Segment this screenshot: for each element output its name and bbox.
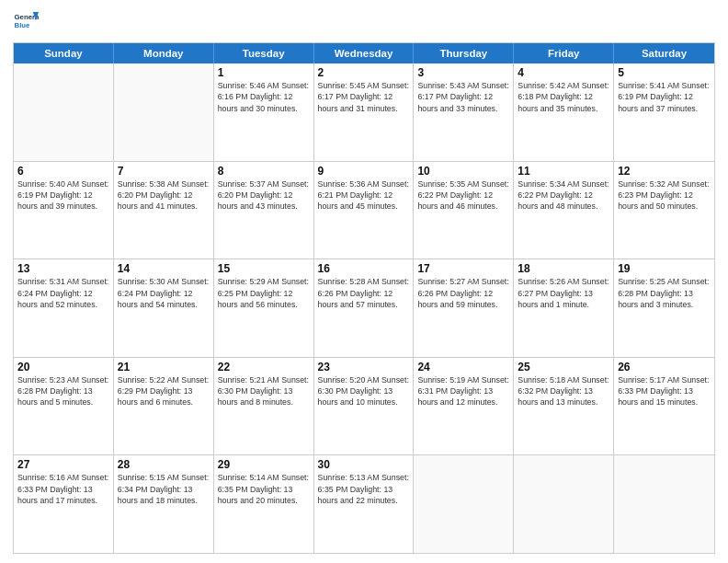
day-info: Sunrise: 5:16 AM Sunset: 6:33 PM Dayligh… bbox=[17, 472, 109, 506]
day-number: 10 bbox=[417, 165, 509, 178]
day-info: Sunrise: 5:40 AM Sunset: 6:19 PM Dayligh… bbox=[17, 178, 109, 213]
logo: General Blue bbox=[13, 9, 39, 35]
calendar-row-0: 1Sunrise: 5:46 AM Sunset: 6:16 PM Daylig… bbox=[14, 63, 714, 161]
day-number: 18 bbox=[518, 262, 609, 275]
day-info: Sunrise: 5:27 AM Sunset: 6:26 PM Dayligh… bbox=[417, 276, 509, 310]
day-number: 26 bbox=[618, 361, 711, 373]
day-cell-26: 26Sunrise: 5:17 AM Sunset: 6:33 PM Dayli… bbox=[614, 358, 714, 455]
day-info: Sunrise: 5:22 AM Sunset: 6:29 PM Dayligh… bbox=[118, 374, 210, 408]
day-info: Sunrise: 5:25 AM Sunset: 6:28 PM Dayligh… bbox=[618, 276, 711, 310]
day-cell-23: 23Sunrise: 5:20 AM Sunset: 6:30 PM Dayli… bbox=[314, 358, 415, 455]
day-header-sunday: Sunday bbox=[14, 43, 114, 63]
day-cell-22: 22Sunrise: 5:21 AM Sunset: 6:30 PM Dayli… bbox=[214, 358, 314, 455]
page: General Blue SundayMondayTuesdayWednesda… bbox=[0, 0, 728, 563]
day-number: 4 bbox=[518, 66, 609, 79]
day-info: Sunrise: 5:21 AM Sunset: 6:30 PM Dayligh… bbox=[218, 374, 310, 408]
day-info: Sunrise: 5:31 AM Sunset: 6:24 PM Dayligh… bbox=[17, 276, 109, 310]
day-info: Sunrise: 5:42 AM Sunset: 6:18 PM Dayligh… bbox=[518, 80, 609, 114]
day-number: 23 bbox=[318, 361, 410, 373]
day-number: 22 bbox=[218, 361, 310, 373]
day-info: Sunrise: 5:30 AM Sunset: 6:24 PM Dayligh… bbox=[118, 276, 210, 310]
day-number: 16 bbox=[318, 262, 410, 275]
day-cell-6: 6Sunrise: 5:40 AM Sunset: 6:19 PM Daylig… bbox=[14, 162, 114, 259]
svg-text:Blue: Blue bbox=[15, 21, 31, 29]
day-cell-2: 2Sunrise: 5:45 AM Sunset: 6:17 PM Daylig… bbox=[314, 63, 415, 161]
day-cell-29: 29Sunrise: 5:14 AM Sunset: 6:35 PM Dayli… bbox=[214, 455, 314, 553]
day-header-tuesday: Tuesday bbox=[214, 43, 314, 63]
day-header-friday: Friday bbox=[514, 43, 614, 63]
day-info: Sunrise: 5:20 AM Sunset: 6:30 PM Dayligh… bbox=[318, 374, 410, 408]
day-cell-16: 16Sunrise: 5:28 AM Sunset: 6:26 PM Dayli… bbox=[314, 259, 415, 357]
day-info: Sunrise: 5:29 AM Sunset: 6:25 PM Dayligh… bbox=[218, 276, 310, 310]
logo-icon: General Blue bbox=[13, 9, 39, 35]
day-header-saturday: Saturday bbox=[614, 43, 714, 63]
day-cell-17: 17Sunrise: 5:27 AM Sunset: 6:26 PM Dayli… bbox=[414, 259, 514, 357]
day-info: Sunrise: 5:32 AM Sunset: 6:23 PM Dayligh… bbox=[618, 178, 711, 213]
day-number: 19 bbox=[618, 262, 711, 275]
day-header-monday: Monday bbox=[114, 43, 214, 63]
day-cell-9: 9Sunrise: 5:36 AM Sunset: 6:21 PM Daylig… bbox=[314, 162, 415, 259]
calendar-body: 1Sunrise: 5:46 AM Sunset: 6:16 PM Daylig… bbox=[14, 63, 714, 553]
empty-cell bbox=[514, 455, 614, 553]
day-info: Sunrise: 5:17 AM Sunset: 6:33 PM Dayligh… bbox=[618, 374, 711, 408]
day-info: Sunrise: 5:36 AM Sunset: 6:21 PM Dayligh… bbox=[318, 178, 410, 213]
day-number: 30 bbox=[318, 458, 410, 471]
day-cell-12: 12Sunrise: 5:32 AM Sunset: 6:23 PM Dayli… bbox=[614, 162, 714, 259]
day-info: Sunrise: 5:46 AM Sunset: 6:16 PM Dayligh… bbox=[218, 80, 310, 114]
day-number: 25 bbox=[518, 361, 609, 373]
day-info: Sunrise: 5:14 AM Sunset: 6:35 PM Dayligh… bbox=[218, 472, 310, 506]
day-info: Sunrise: 5:28 AM Sunset: 6:26 PM Dayligh… bbox=[318, 276, 410, 310]
day-number: 2 bbox=[318, 66, 410, 79]
day-number: 17 bbox=[417, 262, 509, 275]
calendar-row-1: 6Sunrise: 5:40 AM Sunset: 6:19 PM Daylig… bbox=[14, 161, 714, 259]
day-cell-27: 27Sunrise: 5:16 AM Sunset: 6:33 PM Dayli… bbox=[14, 455, 114, 553]
day-number: 11 bbox=[518, 165, 609, 178]
day-number: 29 bbox=[218, 458, 310, 471]
day-number: 14 bbox=[118, 262, 210, 275]
day-cell-18: 18Sunrise: 5:26 AM Sunset: 6:27 PM Dayli… bbox=[514, 259, 614, 357]
day-cell-8: 8Sunrise: 5:37 AM Sunset: 6:20 PM Daylig… bbox=[214, 162, 314, 259]
day-info: Sunrise: 5:35 AM Sunset: 6:22 PM Dayligh… bbox=[417, 178, 509, 213]
calendar-row-4: 27Sunrise: 5:16 AM Sunset: 6:33 PM Dayli… bbox=[14, 454, 714, 553]
day-cell-25: 25Sunrise: 5:18 AM Sunset: 6:32 PM Dayli… bbox=[514, 358, 614, 455]
day-info: Sunrise: 5:13 AM Sunset: 6:35 PM Dayligh… bbox=[318, 472, 410, 506]
day-cell-5: 5Sunrise: 5:41 AM Sunset: 6:19 PM Daylig… bbox=[614, 63, 714, 161]
day-header-thursday: Thursday bbox=[414, 43, 514, 63]
calendar-header: SundayMondayTuesdayWednesdayThursdayFrid… bbox=[14, 43, 714, 63]
day-cell-30: 30Sunrise: 5:13 AM Sunset: 6:35 PM Dayli… bbox=[314, 455, 415, 553]
day-number: 13 bbox=[17, 262, 109, 275]
day-info: Sunrise: 5:43 AM Sunset: 6:17 PM Dayligh… bbox=[417, 80, 509, 114]
day-number: 9 bbox=[318, 165, 410, 178]
day-cell-3: 3Sunrise: 5:43 AM Sunset: 6:17 PM Daylig… bbox=[414, 63, 514, 161]
day-cell-24: 24Sunrise: 5:19 AM Sunset: 6:31 PM Dayli… bbox=[414, 358, 514, 455]
day-number: 15 bbox=[218, 262, 310, 275]
day-number: 6 bbox=[17, 165, 109, 178]
day-cell-7: 7Sunrise: 5:38 AM Sunset: 6:20 PM Daylig… bbox=[114, 162, 214, 259]
day-cell-10: 10Sunrise: 5:35 AM Sunset: 6:22 PM Dayli… bbox=[414, 162, 514, 259]
calendar-row-2: 13Sunrise: 5:31 AM Sunset: 6:24 PM Dayli… bbox=[14, 259, 714, 357]
day-info: Sunrise: 5:38 AM Sunset: 6:20 PM Dayligh… bbox=[118, 178, 210, 213]
day-number: 5 bbox=[618, 66, 711, 79]
empty-cell bbox=[114, 63, 214, 161]
day-info: Sunrise: 5:34 AM Sunset: 6:22 PM Dayligh… bbox=[518, 178, 609, 213]
day-info: Sunrise: 5:15 AM Sunset: 6:34 PM Dayligh… bbox=[118, 472, 210, 506]
day-cell-1: 1Sunrise: 5:46 AM Sunset: 6:16 PM Daylig… bbox=[214, 63, 314, 161]
empty-cell bbox=[14, 63, 114, 161]
calendar: SundayMondayTuesdayWednesdayThursdayFrid… bbox=[13, 42, 715, 554]
day-number: 28 bbox=[118, 458, 210, 471]
day-cell-28: 28Sunrise: 5:15 AM Sunset: 6:34 PM Dayli… bbox=[114, 455, 214, 553]
day-info: Sunrise: 5:18 AM Sunset: 6:32 PM Dayligh… bbox=[518, 374, 609, 408]
day-info: Sunrise: 5:45 AM Sunset: 6:17 PM Dayligh… bbox=[318, 80, 410, 114]
day-info: Sunrise: 5:23 AM Sunset: 6:28 PM Dayligh… bbox=[17, 374, 109, 408]
day-cell-19: 19Sunrise: 5:25 AM Sunset: 6:28 PM Dayli… bbox=[614, 259, 714, 357]
empty-cell bbox=[414, 455, 514, 553]
day-cell-15: 15Sunrise: 5:29 AM Sunset: 6:25 PM Dayli… bbox=[214, 259, 314, 357]
header: General Blue bbox=[13, 9, 715, 35]
day-header-wednesday: Wednesday bbox=[314, 43, 415, 63]
day-number: 24 bbox=[417, 361, 509, 373]
day-number: 27 bbox=[17, 458, 109, 471]
day-cell-21: 21Sunrise: 5:22 AM Sunset: 6:29 PM Dayli… bbox=[114, 358, 214, 455]
day-cell-11: 11Sunrise: 5:34 AM Sunset: 6:22 PM Dayli… bbox=[514, 162, 614, 259]
day-info: Sunrise: 5:37 AM Sunset: 6:20 PM Dayligh… bbox=[218, 178, 310, 213]
day-info: Sunrise: 5:19 AM Sunset: 6:31 PM Dayligh… bbox=[417, 374, 509, 408]
